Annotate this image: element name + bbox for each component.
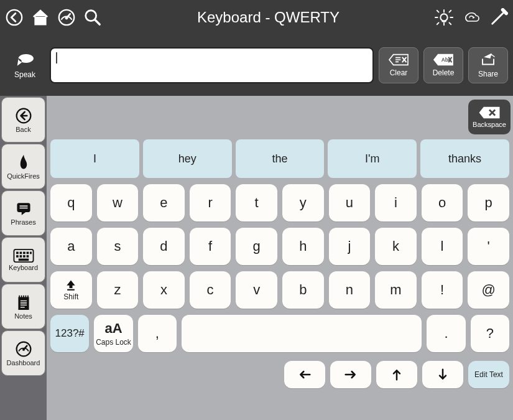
svg-rect-15 [19, 255, 22, 258]
arrow-up-icon [391, 366, 403, 383]
key-u[interactable]: u [329, 184, 371, 222]
key-h[interactable]: h [282, 228, 324, 265]
key-i[interactable]: i [375, 184, 417, 222]
key-s[interactable]: s [97, 228, 139, 265]
key-o[interactable]: o [422, 184, 463, 222]
key-p[interactable]: p [468, 184, 509, 222]
sidebar-item-label: Notes [14, 312, 32, 320]
shift-key[interactable]: Shift [50, 271, 92, 309]
key-e[interactable]: e [143, 184, 185, 222]
svg-point-4 [440, 14, 447, 21]
key-question[interactable]: ? [471, 315, 509, 352]
key-x[interactable]: x [143, 271, 185, 309]
share-button[interactable]: Share [468, 47, 508, 83]
prediction-key[interactable]: thanks [420, 139, 509, 178]
arrow-right-key[interactable] [330, 361, 371, 388]
key-z[interactable]: z [97, 271, 139, 309]
key-a[interactable]: a [50, 228, 92, 265]
sidebar-item-label: Dashboard [7, 359, 40, 366]
delete-button[interactable]: Abc Delete [423, 47, 463, 83]
key-n[interactable]: n [329, 271, 371, 309]
gauge-icon[interactable] [57, 8, 76, 27]
key-g[interactable]: g [236, 228, 277, 265]
key-f[interactable]: f [190, 228, 231, 265]
arrow-left-key[interactable] [284, 361, 325, 388]
sidebar-filler [0, 376, 47, 420]
delete-label: Delete [433, 68, 455, 77]
sidebar-item-phrases[interactable]: Phrases [1, 190, 45, 236]
sidebar-item-label: QuickFires [7, 172, 40, 180]
text-cursor [56, 52, 57, 63]
svg-rect-12 [26, 251, 29, 254]
key-k[interactable]: k [375, 228, 417, 265]
prediction-key[interactable]: the [236, 139, 325, 178]
svg-rect-18 [18, 258, 29, 261]
message-input[interactable] [50, 47, 374, 83]
keyboard-area: Backspace I hey the I'm thanks q w e r t… [47, 96, 513, 420]
titlebar-left [5, 8, 102, 27]
search-icon[interactable] [83, 8, 102, 27]
key-c[interactable]: c [190, 271, 231, 309]
key-r[interactable]: r [190, 184, 231, 222]
lightbulb-icon[interactable] [435, 8, 453, 27]
keyboard-grid: q w e r t y u i o p a s d f g h j k [50, 184, 509, 388]
key-m[interactable]: m [375, 271, 417, 309]
tools-icon[interactable] [489, 8, 508, 27]
key-j[interactable]: j [329, 228, 371, 265]
edit-text-key[interactable]: Edit Text [468, 361, 509, 388]
key-b[interactable]: b [282, 271, 324, 309]
titlebar-right [435, 8, 508, 27]
arrow-up-key[interactable] [376, 361, 417, 388]
capslock-key[interactable]: aA Caps Lock [94, 315, 132, 352]
sidebar-item-quickfires[interactable]: QuickFires [1, 144, 45, 189]
prediction-key[interactable]: hey [143, 139, 232, 178]
key-q[interactable]: q [50, 184, 92, 222]
speak-button[interactable]: Speak [5, 40, 45, 91]
key-row-2: a s d f g h j k l ' [50, 228, 509, 265]
sidebar-back-label: Back [16, 126, 30, 133]
main-region: Back QuickFires Phrases Keyboard Notes D… [0, 96, 513, 420]
key-exclaim[interactable]: ! [422, 271, 463, 309]
home-icon[interactable] [31, 8, 50, 27]
svg-rect-17 [26, 255, 29, 258]
svg-rect-13 [30, 251, 32, 254]
sidebar-item-notes[interactable]: Notes [1, 284, 45, 329]
arrow-down-key[interactable] [422, 361, 463, 388]
key-at[interactable]: @ [468, 271, 509, 309]
sidebar-item-label: Keyboard [9, 264, 38, 271]
key-row-3: Shift z x c v b n m ! @ [50, 271, 509, 309]
key-period[interactable]: . [427, 315, 465, 352]
page-title: Keyboard - QWERTY [108, 9, 428, 26]
key-w[interactable]: w [97, 184, 139, 222]
back-arrow-icon[interactable] [5, 8, 24, 27]
sidebar-back[interactable]: Back [1, 97, 45, 142]
svg-point-0 [7, 10, 22, 25]
backspace-button[interactable]: Backspace [468, 100, 511, 134]
prediction-key[interactable]: I [50, 139, 139, 178]
arrow-row: Edit Text [50, 361, 509, 388]
speak-bar: Speak Clear Abc Delete Share [0, 35, 513, 96]
prediction-key[interactable]: I'm [328, 139, 417, 178]
shift-up-icon [64, 279, 78, 291]
sidebar-item-label: Phrases [11, 218, 35, 226]
clear-button[interactable]: Clear [379, 47, 418, 83]
key-comma[interactable]: , [138, 315, 177, 352]
sidebar-item-keyboard[interactable]: Keyboard [1, 237, 45, 282]
cloud-sync-icon[interactable] [462, 8, 481, 27]
symbols-key[interactable]: 123?# [50, 315, 89, 352]
key-v[interactable]: v [236, 271, 277, 309]
svg-rect-10 [19, 251, 22, 254]
key-d[interactable]: d [143, 228, 185, 265]
title-bar: Keyboard - QWERTY [0, 0, 513, 35]
svg-rect-11 [23, 251, 25, 254]
share-label: Share [478, 70, 498, 78]
spacebar-key[interactable] [182, 315, 422, 352]
key-apostrophe[interactable]: ' [468, 228, 509, 265]
arrow-right-icon [343, 368, 359, 381]
sidebar-item-dashboard[interactable]: Dashboard [1, 330, 45, 376]
key-l[interactable]: l [422, 228, 463, 265]
svg-rect-16 [23, 255, 25, 258]
key-t[interactable]: t [236, 184, 277, 222]
speak-label: Speak [14, 70, 35, 79]
key-y[interactable]: y [282, 184, 324, 222]
